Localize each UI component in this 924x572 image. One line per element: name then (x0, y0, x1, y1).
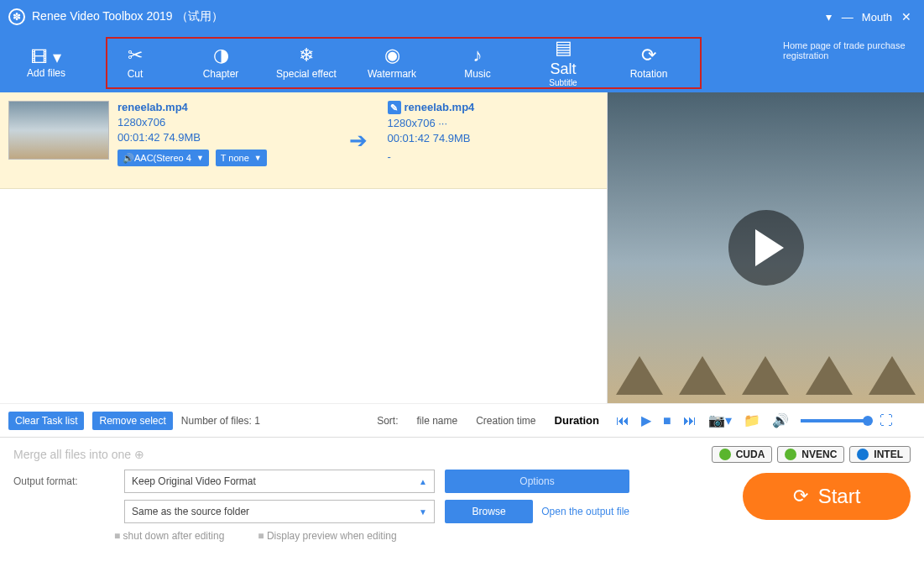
nvidia-icon (719, 449, 731, 460)
sort-label: Sort: (377, 415, 398, 427)
tab-subtitle-big: Salt (550, 60, 576, 78)
browse-button[interactable]: Browse (445, 500, 533, 523)
tab-music-label: Music (464, 68, 490, 80)
effect-icon: ❄ (299, 46, 314, 65)
title-bar: ✽ Renee Video Toolbox 2019 （试用） ▾ — Mout… (0, 0, 924, 34)
scissors-icon: ✂ (128, 46, 143, 65)
fullscreen-button[interactable]: ⛶ (880, 413, 893, 428)
speaker-icon: 🔊 (123, 153, 134, 164)
app-title: Renee Video Toolbox 2019 （试用） (32, 9, 223, 24)
audio-track-value: AAC(Stereo 4 (134, 153, 191, 163)
play-icon (755, 229, 784, 266)
destination-folder-value: Same as the source folder (132, 506, 249, 517)
minimize-button[interactable]: — (838, 10, 857, 24)
tab-music[interactable]: ♪ Music (435, 34, 520, 92)
play-overlay-button[interactable] (728, 210, 804, 286)
play-button[interactable]: ▶ (641, 412, 651, 428)
tab-chapter-label: Chapter (203, 68, 239, 80)
close-button[interactable]: ✕ (897, 10, 916, 24)
file-row[interactable]: reneelab.mp4 1280x706 00:01:42 74.9MB 🔊 … (0, 92, 607, 189)
tab-watermark-label: Watermark (368, 68, 416, 80)
start-label: Start (818, 485, 861, 508)
output-format-label: Output format: (13, 475, 114, 487)
hardware-accel-badges: CUDA NVENC INTEL (712, 446, 911, 463)
tab-rotation[interactable]: ⟳ Rotation (606, 34, 692, 92)
output-format-value: Keep Original Video Format (132, 475, 256, 487)
file-input-info: reneelab.mp4 1280x706 00:01:42 74.9MB 🔊 … (117, 101, 329, 180)
sort-by-creation-time[interactable]: Creation time (476, 415, 535, 427)
tab-chapter[interactable]: ◑ Chapter (178, 34, 264, 92)
convert-arrow-icon: ➔ (337, 101, 379, 180)
destination-folder-select[interactable]: Same as the source folder ▼ (124, 500, 435, 523)
display-preview-checkbox[interactable]: Display preview when editing (258, 530, 396, 542)
tab-subtitle[interactable]: ▤ Salt Subtitle (520, 34, 606, 92)
homepage-link[interactable]: Home page of trade purchase registration (773, 34, 924, 92)
tab-subtitle-label: Subtitle (549, 78, 577, 87)
film-icon: 🎞 ▾ (31, 47, 61, 67)
volume-slider[interactable] (801, 419, 868, 422)
shutdown-after-checkbox[interactable]: shut down after editing (114, 530, 224, 542)
chevron-down-icon: ▼ (419, 507, 427, 517)
file-output-info: ✎reneelab.mp4 1280x706 ··· 00:01:42 74.9… (388, 101, 599, 180)
output-filename: ✎reneelab.mp4 (388, 101, 599, 114)
subtitle-track-select[interactable]: T none ▼ (216, 150, 267, 166)
mouth-label[interactable]: Mouth (862, 11, 892, 24)
tab-effect[interactable]: ❄ Special effect (264, 34, 349, 92)
nvidia-icon (785, 449, 796, 460)
chevron-down-icon: ▼ (196, 154, 204, 162)
edit-icon[interactable]: ✎ (388, 101, 401, 114)
subtitle-icon: ▤ (555, 39, 572, 57)
file-thumbnail (8, 101, 109, 160)
add-files-button[interactable]: 🎞 ▾ Add files (0, 34, 92, 92)
file-list-footer: Clear Task list Remove select Number of … (0, 403, 608, 437)
sort-by-duration[interactable]: Duration (555, 414, 599, 427)
tab-rotation-label: Rotation (630, 68, 668, 80)
output-duration-size: 00:01:42 74.9MB (388, 132, 599, 144)
volume-icon[interactable]: 🔊 (772, 412, 789, 428)
rotation-icon: ⟳ (641, 46, 656, 65)
output-dash: - (388, 150, 391, 163)
input-duration-size: 00:01:42 74.9MB (117, 131, 329, 144)
preview-scene (608, 319, 924, 395)
main-toolbar: 🎞 ▾ Add files ✂ Cut ◑ Chapter ❄ Special … (0, 34, 924, 92)
next-button[interactable]: ⏭ (683, 413, 697, 428)
tab-cut[interactable]: ✂ Cut (92, 34, 178, 92)
toggle-icon: ⊕ (134, 448, 144, 461)
tab-watermark[interactable]: ◉ Watermark (349, 34, 435, 92)
merge-files-toggle[interactable]: Merge all files into one ⊕ (13, 448, 144, 461)
preview-video[interactable] (608, 92, 924, 403)
watermark-icon: ◉ (384, 46, 400, 65)
preview-pane (608, 92, 924, 403)
cuda-badge[interactable]: CUDA (712, 446, 773, 463)
tab-effect-label: Special effect (276, 68, 337, 80)
playback-controls: ⏮ ▶ ■ ⏭ 📷▾ 📁 🔊 ⛶ (608, 403, 924, 437)
menu-dropdown-icon[interactable]: ▾ (820, 10, 838, 24)
app-logo-icon: ✽ (8, 8, 25, 25)
chevron-down-icon: ▼ (254, 154, 262, 162)
stop-button[interactable]: ■ (663, 413, 671, 428)
add-files-label: Add files (27, 67, 65, 79)
subtitle-track-value: T none (221, 153, 249, 163)
file-list: reneelab.mp4 1280x706 00:01:42 74.9MB 🔊 … (0, 92, 608, 403)
intel-badge[interactable]: INTEL (849, 446, 911, 463)
options-button[interactable]: Options (445, 470, 629, 493)
chevron-up-icon: ▲ (419, 477, 427, 486)
refresh-icon: ⟳ (793, 485, 808, 507)
chapter-icon: ◑ (213, 46, 229, 65)
file-count-label: Number of files: 1 (181, 415, 260, 427)
music-icon: ♪ (473, 46, 483, 65)
sort-by-filename[interactable]: file name (416, 415, 457, 427)
open-folder-button[interactable]: 📁 (744, 412, 760, 428)
start-button[interactable]: ⟳ Start (743, 473, 911, 520)
output-format-select[interactable]: Keep Original Video Format ▲ (124, 470, 435, 493)
nvenc-badge[interactable]: NVENC (777, 446, 844, 463)
input-resolution: 1280x706 (117, 116, 329, 129)
snapshot-button[interactable]: 📷▾ (708, 412, 732, 428)
prev-button[interactable]: ⏮ (616, 413, 629, 428)
clear-tasklist-button[interactable]: Clear Task list (8, 412, 84, 430)
remove-selected-button[interactable]: Remove select (92, 412, 172, 430)
open-output-link[interactable]: Open the output file (541, 506, 629, 517)
output-resolution: 1280x706 ··· (388, 117, 599, 129)
intel-icon (857, 449, 869, 460)
audio-track-select[interactable]: 🔊 AAC(Stereo 4 ▼ (117, 150, 209, 166)
